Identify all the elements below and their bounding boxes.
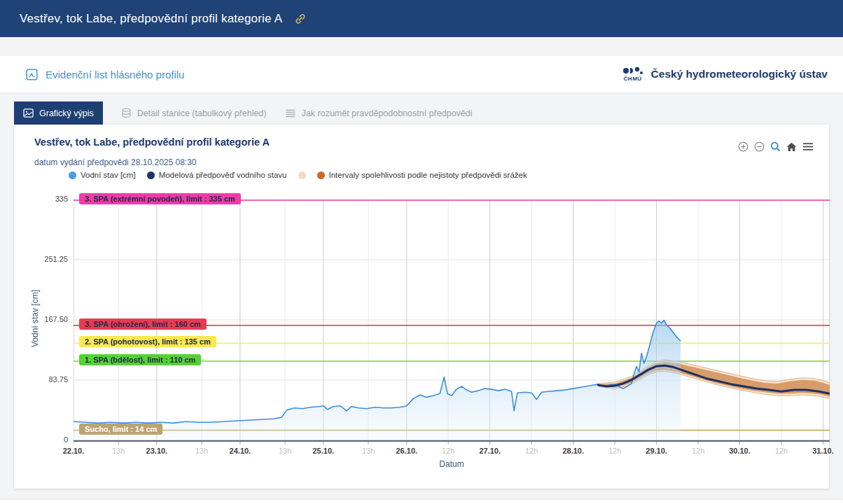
chart-legend: Vodní stav [cm]Modelová předpověď vodníh… (69, 171, 527, 179)
copy-link-icon[interactable] (293, 12, 307, 26)
tab-bar: Grafický výpis Detail stanice (tabulkový… (0, 102, 843, 125)
y-axis-tick-label: 0 (30, 435, 68, 444)
limit-label: 3. SPA (extrémní povodeň), limit : 335 c… (79, 193, 241, 204)
page-header: Vestřev, tok Labe, předpovědní profil ka… (0, 0, 843, 37)
legend-item[interactable]: Vodní stav [cm] (69, 171, 136, 179)
legend-dot (69, 172, 76, 179)
limit-label: Sucho, limit : 14 cm (79, 424, 162, 435)
y-axis-tick-label: 251.25 (30, 255, 68, 263)
legend-item[interactable] (298, 172, 306, 179)
legend-label: Modelová předpověď vodního stavu (159, 171, 287, 179)
chart-subtitle: datum vydání předpovědi 28.10.2025 08:30 (34, 158, 197, 167)
legend-dot (317, 172, 325, 179)
plot-toolbar (738, 141, 814, 152)
chmu-logo: ČHMÚ (622, 66, 644, 82)
subheader: Evidenční list hlásného profilu ČHMÚ Čes… (0, 56, 843, 92)
tab-label: Jak rozumět pravděpodobnostní předpovědi (302, 108, 473, 118)
y-axis-tick-label: 83.75 (30, 375, 68, 384)
organization-link[interactable]: ČHMÚ Český hydrometeorologický ústav (622, 66, 828, 82)
limit-label: 2. SPA (pohotovost), limit : 135 cm (79, 336, 216, 347)
legend-label: Vodní stav [cm] (81, 171, 136, 179)
y-axis-tick-label: 167.50 (30, 315, 68, 323)
chmu-abbr: ČHMÚ (624, 76, 642, 82)
organization-name: Český hydrometeorologický ústav (651, 68, 828, 80)
pdf-report-link[interactable]: Evidenční list hlásného profilu (15, 69, 184, 80)
tab-graficky-vypis[interactable]: Grafický výpis (14, 102, 103, 125)
legend-item[interactable]: Modelová předpověď vodního stavu (147, 171, 287, 179)
y-axis-tick-label: 335 (30, 195, 68, 203)
footer-strip (0, 500, 843, 504)
chart-title: Vestřev, tok Labe, předpovědní profil ka… (34, 136, 270, 148)
pdf-icon (26, 69, 38, 80)
legend-dot (147, 172, 155, 179)
page-title: Vestřev, tok Labe, předpovědní profil ka… (20, 12, 282, 26)
pdf-link-label: Evidenční list hlásného profilu (46, 69, 184, 80)
legend-item[interactable]: Intervaly spolehlivosti podle nejistoty … (317, 171, 527, 179)
tab-jak-rozumet[interactable]: Jak rozumět pravděpodobnostní předpovědi (285, 102, 473, 125)
limit-label: 3. SPA (ohrožení), limit : 160 cm (79, 318, 207, 330)
menu-icon[interactable] (802, 142, 814, 151)
chart-card: Vestřev, tok Labe, předpovědní profil ka… (14, 125, 829, 489)
legend-dot (298, 172, 306, 179)
zoom-out-icon[interactable] (754, 141, 765, 152)
chart-image-icon (23, 108, 34, 118)
zoom-select-icon[interactable] (770, 141, 781, 152)
x-axis-tick-label: 31.10. (795, 447, 843, 455)
x-axis-title: Datum (424, 459, 480, 469)
tab-label: Detail stanice (tabulkový přehled) (137, 108, 267, 118)
database-icon (121, 108, 132, 118)
tab-detail-stanice[interactable]: Detail stanice (tabulkový přehled) (121, 102, 267, 125)
tab-label: Grafický výpis (39, 108, 94, 118)
limit-label: 1. SPA (bdělost), limit : 110 cm (79, 354, 201, 365)
legend-label: Intervaly spolehlivosti podle nejistoty … (329, 171, 527, 179)
list-icon (285, 108, 296, 118)
zoom-in-icon[interactable] (738, 141, 748, 152)
home-icon[interactable] (786, 142, 797, 152)
